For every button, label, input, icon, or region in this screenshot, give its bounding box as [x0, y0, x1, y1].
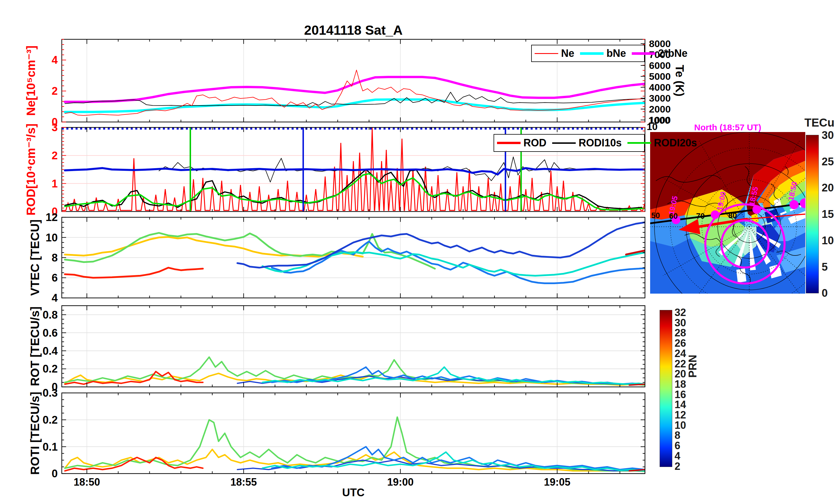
legend-label: RODI20s	[654, 137, 697, 149]
x-tick-label: 19:05	[544, 476, 570, 488]
y-axis-label-vtec: VTEC [TECU]	[28, 220, 42, 296]
y-tick-label: 2	[52, 85, 58, 97]
y-axis-label-roti: ROTI [TECU/s]	[28, 392, 42, 475]
y-tick-label: 4	[52, 292, 58, 304]
tecu-tick-label: 10	[822, 234, 834, 247]
panel-vtec	[62, 217, 645, 298]
lat-label-80: 80	[728, 211, 737, 220]
legend-line-sample	[497, 142, 521, 144]
y-tick-label: 0.4	[43, 345, 58, 357]
y-axis-label-ne: Ne[10⁵cm⁻³]	[24, 46, 38, 116]
tecu-tick-label: 5	[822, 261, 828, 273]
te-tick-label: 2000	[649, 104, 671, 115]
legend-entry-bNe: bNe	[580, 47, 626, 60]
panel-rot	[62, 306, 645, 387]
x-tick-label: 18:55	[231, 476, 257, 488]
y-tick-label: 3	[52, 121, 58, 134]
legend-line-sample	[535, 53, 558, 54]
prn-colorbar-label: PRN	[687, 355, 699, 378]
y-axis-label-rod: ROD[10⁴cm⁻³/s]	[24, 123, 38, 215]
tecu-tick-label: 20	[822, 182, 834, 194]
legend-line-sample	[628, 142, 651, 144]
legend-entry-2*bNe: 2*bNe	[632, 47, 687, 60]
tecu-tick-label: 15	[822, 208, 834, 221]
te-axis-extra-tick: 10	[647, 121, 658, 132]
screenshot-root: 02410002000300040005000600070008000Te (K…	[0, 0, 834, 504]
panel-roti	[62, 393, 645, 474]
te-tick-label: 3000	[649, 93, 671, 104]
series-prn-red-end	[629, 384, 645, 385]
y-tick-label: 6	[52, 272, 58, 284]
tecu-tick-label: 30	[822, 129, 834, 141]
y-tick-label: 8	[52, 252, 58, 264]
y-tick-label: 4	[52, 54, 58, 66]
legend-line-sample	[552, 142, 576, 144]
legend-label: ROD	[523, 137, 546, 149]
legend-label: bNe	[607, 47, 626, 60]
tecu-tick-label: 25	[822, 156, 834, 168]
lat-label-50: 50	[651, 211, 660, 220]
x-axis-label: UTC	[325, 486, 382, 499]
tecu-colorbar	[806, 135, 819, 293]
polar-tec-map: North (18:57 UT) 50 60 70 80 19:05 19:00…	[650, 132, 805, 294]
lat-label-70: 70	[696, 212, 705, 221]
page-title: 20141118 Sat_A	[263, 22, 444, 38]
legend-ne: NebNe2*bNe	[531, 45, 645, 62]
y-tick-label: 0.2	[43, 363, 58, 375]
legend-line-sample	[632, 52, 655, 55]
y-tick-label: 0.3	[43, 387, 58, 399]
y-axis-label-rot: ROT [TECU/s]	[28, 306, 42, 386]
legend-entry-Ne: Ne	[535, 47, 574, 60]
x-tick-label: 18:50	[73, 476, 100, 488]
te-tick-label: 5000	[649, 71, 671, 82]
te-axis-label: Te (K)	[674, 65, 686, 96]
legend-label: 2*bNe	[658, 47, 687, 60]
te-tick-label: 6000	[649, 60, 671, 71]
legend-line-sample	[580, 52, 603, 55]
y-tick-label: 2	[52, 150, 58, 162]
y-tick-label: 0	[52, 467, 58, 480]
prn-colorbar	[660, 310, 672, 467]
legend-entry-ROD: ROD	[497, 137, 546, 149]
y-tick-label: 0.8	[43, 309, 58, 321]
y-tick-label: 1	[52, 178, 58, 190]
map-title: North (18:57 UT)	[694, 122, 761, 132]
tecu-tick-label: 0	[822, 287, 828, 299]
legend-rod: RODRODI10sRODI20s	[493, 134, 645, 152]
y-tick-label: 0.6	[43, 327, 58, 339]
tecu-colorbar-title: TECu	[805, 116, 834, 129]
prn-tick-label: 2	[675, 460, 680, 473]
y-tick-label: 0.2	[43, 414, 58, 426]
y-tick-label: 12	[46, 211, 58, 223]
legend-entry-RODI20s: RODI20s	[628, 137, 697, 149]
y-tick-label: 0.1	[43, 441, 58, 453]
te-tick-label: 4000	[649, 82, 671, 93]
x-tick-label: 19:00	[387, 476, 414, 488]
legend-label: RODI10s	[578, 137, 622, 149]
y-tick-label: 10	[46, 232, 58, 244]
legend-label: Ne	[561, 47, 574, 60]
legend-entry-RODI10s: RODI10s	[552, 137, 622, 149]
